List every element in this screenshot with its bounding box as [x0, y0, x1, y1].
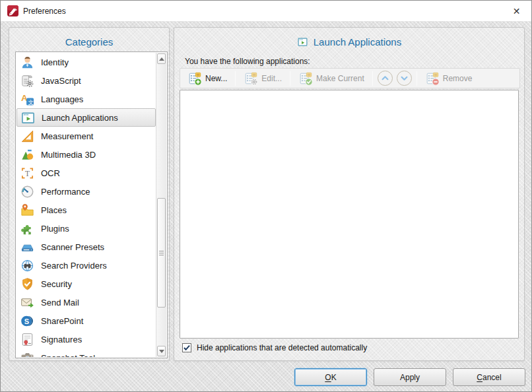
send-mail-icon	[20, 295, 35, 310]
sidebar-item-label: Send Mail	[41, 298, 79, 308]
applications-list[interactable]	[180, 90, 519, 339]
scrollbar-thumb[interactable]	[157, 198, 166, 308]
identity-icon	[20, 55, 35, 70]
sidebar-item-label: Snapshot Tool	[41, 353, 95, 358]
sidebar-item-label: SharePoint	[41, 316, 83, 326]
sidebar-item-label: Scanner Presets	[41, 242, 104, 252]
chevron-up-icon	[378, 71, 392, 85]
sidebar-item-identity[interactable]: Identity	[17, 53, 156, 71]
svg-text:S: S	[24, 317, 29, 325]
sidebar-item-label: Identity	[41, 57, 69, 67]
list-minus-icon	[425, 71, 440, 86]
toolbar-button-label: Make Current	[316, 74, 364, 83]
categories-listbox: Identity JavaScriptA文 Languages Launch A…	[15, 51, 168, 358]
toolbar-separator	[416, 71, 417, 86]
move-up-button[interactable]	[378, 71, 393, 86]
hide-apps-checkbox-label: Hide applications that are detected auto…	[197, 343, 367, 352]
toolbar-button-label: Remove	[443, 74, 473, 83]
search-providers-icon	[20, 258, 35, 273]
sidebar-item-signatures[interactable]: Signatures	[17, 330, 156, 348]
launch-applications-title: Launch Applications	[314, 36, 401, 48]
sidebar-item-scanner-presets[interactable]: Scanner Presets	[17, 238, 156, 256]
launch-applications-panel: Launch Applications You have the followi…	[174, 27, 525, 361]
sidebar-item-multimedia-3d[interactable]: Multimedia 3D	[17, 145, 156, 164]
launch-applications-icon	[297, 36, 308, 48]
cancel-button[interactable]: Cancel	[453, 368, 525, 386]
snapshot-tool-icon	[20, 350, 35, 358]
toolbar-button-label: New...	[205, 74, 227, 83]
sidebar-item-javascript[interactable]: JavaScript	[17, 71, 156, 90]
sidebar-item-label: Multimedia 3D	[41, 150, 96, 160]
launch-applications-header: Launch Applications	[174, 28, 524, 50]
categories-title: Categories	[65, 36, 114, 48]
sidebar-item-plugins[interactable]: Plugins	[17, 219, 156, 238]
sidebar-item-label: Places	[41, 205, 67, 215]
toolbar-button-label: Edit...	[261, 74, 282, 83]
toolbar-separator	[372, 71, 373, 86]
categories-panel: Categories Identity JavaScriptA文 Languag…	[9, 27, 170, 361]
move-down-button[interactable]	[397, 71, 412, 86]
titlebar: Preferences ✕	[1, 1, 531, 21]
sidebar-item-label: Measurement	[41, 131, 93, 141]
sidebar-item-languages[interactable]: A文 Languages	[17, 90, 156, 108]
apply-button[interactable]: Apply	[374, 368, 446, 386]
checkmark-icon	[183, 344, 191, 352]
list-plus-icon	[187, 71, 202, 86]
sidebar-item-label: Launch Applications	[42, 113, 118, 123]
signatures-icon	[20, 332, 35, 347]
dialog-body: Categories Identity JavaScriptA文 Languag…	[1, 21, 531, 391]
remove-button[interactable]: Remove	[420, 70, 478, 86]
sidebar-item-label: Languages	[41, 94, 83, 104]
scanner-presets-icon	[20, 240, 35, 255]
sidebar-item-measurement[interactable]: Measurement	[17, 127, 156, 145]
hide-apps-checkbox[interactable]: Hide applications that are detected auto…	[182, 343, 367, 352]
performance-icon	[20, 184, 35, 199]
categories-header: Categories	[9, 28, 169, 50]
scroll-up-button[interactable]	[157, 53, 166, 64]
make-current-button[interactable]: Make Current	[293, 70, 370, 86]
sharepoint-icon: S	[20, 313, 35, 329]
svg-text:T: T	[25, 169, 30, 177]
sidebar-item-launch-applications[interactable]: Launch Applications	[17, 108, 156, 127]
places-icon	[20, 203, 35, 218]
close-icon: ✕	[513, 6, 521, 16]
sidebar-item-label: Search Providers	[41, 261, 107, 271]
scroll-down-button[interactable]	[157, 346, 166, 356]
pdf-xchange-logo-icon	[7, 5, 18, 16]
security-icon	[20, 277, 35, 292]
sidebar-item-snapshot-tool[interactable]: Snapshot Tool	[17, 348, 156, 357]
sidebar-item-send-mail[interactable]: Send Mail	[17, 293, 156, 311]
sidebar-item-label: JavaScript	[41, 76, 81, 86]
sidebar-item-label: Performance	[41, 187, 90, 197]
sidebar-item-security[interactable]: Security	[17, 275, 156, 293]
measurement-icon	[20, 129, 35, 144]
preferences-dialog: Preferences ✕ Categories Identity JavaSc…	[0, 0, 532, 392]
multimedia-3d-icon	[20, 147, 35, 162]
sidebar-item-search-providers[interactable]: Search Providers	[17, 256, 156, 275]
sidebar-item-ocr[interactable]: T OCR	[17, 164, 156, 182]
ok-button[interactable]: OK	[294, 368, 367, 386]
new-button[interactable]: New...	[182, 70, 232, 86]
sidebar-item-places[interactable]: Places	[17, 201, 156, 219]
svg-text:文: 文	[28, 98, 34, 105]
sidebar-item-performance[interactable]: Performance	[17, 182, 156, 201]
toolbar-separator	[235, 71, 236, 86]
sidebar-item-label: Plugins	[41, 224, 69, 234]
categories-items: Identity JavaScriptA文 Languages Launch A…	[17, 53, 156, 357]
checkbox-box[interactable]	[182, 343, 191, 352]
sidebar-item-label: Signatures	[41, 335, 82, 344]
javascript-icon	[20, 73, 35, 88]
arrow-up-icon	[159, 57, 164, 61]
applications-toolbar: New... Edit... Make Current Remove	[180, 68, 520, 88]
sidebar-item-label: Security	[41, 279, 72, 289]
categories-scrollbar[interactable]	[156, 53, 166, 357]
ocr-icon: T	[20, 166, 35, 181]
close-button[interactable]: ✕	[502, 1, 531, 21]
list-gear-icon	[244, 71, 258, 86]
plugins-icon	[20, 221, 35, 236]
chevron-down-icon	[397, 71, 411, 85]
edit-button[interactable]: Edit...	[238, 70, 287, 86]
applications-intro-label: You have the following applications:	[185, 57, 310, 66]
toolbar-separator	[290, 71, 290, 86]
sidebar-item-sharepoint[interactable]: S SharePoint	[17, 311, 156, 330]
